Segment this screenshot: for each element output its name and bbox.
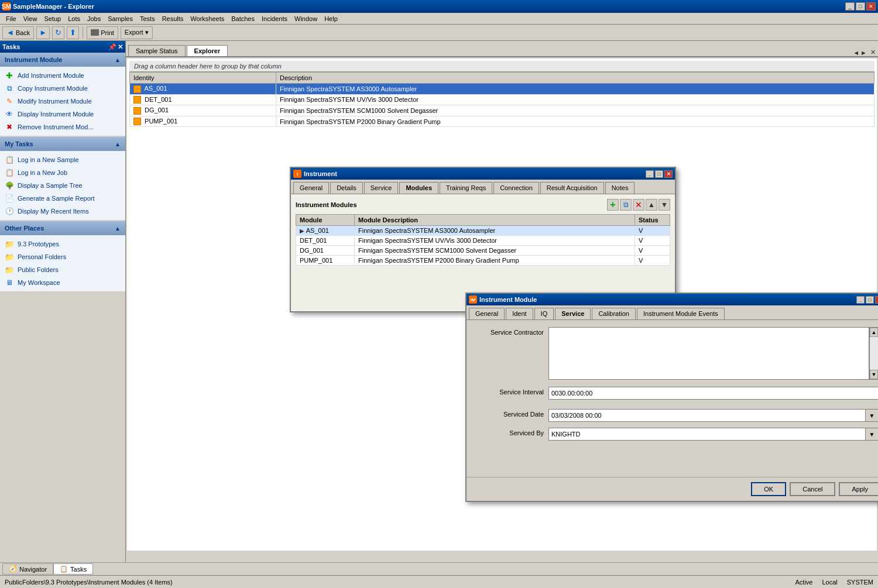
task-modify-instrument-module[interactable]: ✎ Modify Instrument Module xyxy=(0,95,125,108)
export-button[interactable]: Export ▾ xyxy=(121,26,153,39)
task-display-instrument-module[interactable]: 👁 Display Instrument Module xyxy=(0,108,125,121)
cell-description: Finnigan SpectraSYSTEM SCM1000 Solvent D… xyxy=(276,105,874,116)
instrument-module-dialog[interactable]: IM Instrument Module _ □ ✕ General Ident… xyxy=(465,293,878,502)
menu-results[interactable]: Results xyxy=(159,14,187,23)
refresh-button[interactable]: ↻ xyxy=(52,26,64,39)
task-display-sample-tree[interactable]: 🌳 Display a Sample Tree xyxy=(0,179,125,192)
task-generate-sample-report[interactable]: 📄 Generate a Sample Report xyxy=(0,192,125,205)
print-button[interactable]: Print xyxy=(87,26,118,39)
instrument-module-section-header[interactable]: Instrument Module ▲ xyxy=(0,53,125,67)
im-dialog-maximize[interactable]: □ xyxy=(866,296,874,304)
tab-right-btn[interactable]: ► xyxy=(860,49,867,56)
im-tab-events[interactable]: Instrument Module Events xyxy=(637,308,725,319)
menu-help[interactable]: Help xyxy=(321,14,341,23)
close-btn[interactable]: ✕ xyxy=(866,2,876,11)
module-row[interactable]: DG_001 Finnigan SpectraSYSTEM SCM1000 So… xyxy=(296,246,670,256)
instrument-tab-connection[interactable]: Connection xyxy=(493,182,539,194)
im-tab-general[interactable]: General xyxy=(469,308,505,319)
im-dialog-minimize[interactable]: _ xyxy=(856,296,865,304)
serviced-by-dropdown[interactable]: ▼ xyxy=(866,428,878,441)
cancel-button[interactable]: Cancel xyxy=(790,482,835,496)
table-row[interactable]: DG_001 Finnigan SpectraSYSTEM SCM1000 So… xyxy=(130,105,874,116)
instrument-tab-modules[interactable]: Modules xyxy=(399,182,438,194)
recent-icon: 🕐 xyxy=(5,207,14,216)
menu-window[interactable]: Window xyxy=(291,14,321,23)
im-tab-ident[interactable]: Ident xyxy=(506,308,533,319)
im-dialog-tabs: General Ident IQ Service Calibration Ins… xyxy=(467,305,878,320)
service-contractor-input[interactable] xyxy=(548,327,869,380)
modules-delete-btn[interactable]: ✕ xyxy=(633,199,644,211)
instrument-dialog[interactable]: I Instrument _ □ ✕ General Details Servi… xyxy=(290,167,676,312)
instrument-tab-training[interactable]: Training Reqs xyxy=(440,182,492,194)
modules-down-btn[interactable]: ▼ xyxy=(658,199,670,211)
row-arrow-icon: ▶ xyxy=(300,228,306,234)
task-personal-folders[interactable]: 📁 Personal Folders xyxy=(0,250,125,263)
task-public-folders[interactable]: 📁 Public Folders xyxy=(0,263,125,276)
menu-file[interactable]: File xyxy=(2,14,20,23)
im-dialog-close[interactable]: ✕ xyxy=(875,296,878,304)
instrument-tab-general[interactable]: General xyxy=(293,182,329,194)
module-row[interactable]: PUMP_001 Finnigan SpectraSYSTEM P2000 Bi… xyxy=(296,256,670,266)
modules-add-btn[interactable]: + xyxy=(607,199,619,211)
minimize-btn[interactable]: _ xyxy=(845,2,855,11)
modules-copy-btn[interactable]: ⧉ xyxy=(620,199,632,211)
task-copy-instrument-module[interactable]: ⧉ Copy Instrument Module xyxy=(0,82,125,95)
ok-button[interactable]: OK xyxy=(751,482,786,496)
tab-sample-status[interactable]: Sample Status xyxy=(128,45,186,56)
module-row[interactable]: DET_001 Finnigan SpectraSYSTEM UV/Vis 30… xyxy=(296,236,670,246)
forward-button[interactable]: ► xyxy=(36,26,50,39)
up-button[interactable]: ⬆ xyxy=(67,26,79,39)
scroll-up-btn[interactable]: ▲ xyxy=(870,328,878,337)
tab-close-btn[interactable]: ✕ xyxy=(870,49,876,56)
menu-setup[interactable]: Setup xyxy=(40,14,64,23)
menu-view[interactable]: View xyxy=(20,14,41,23)
im-tab-calibration[interactable]: Calibration xyxy=(592,308,636,319)
menu-lots[interactable]: Lots xyxy=(64,14,84,23)
instrument-dialog-close[interactable]: ✕ xyxy=(664,170,673,178)
tasks-pin-btn[interactable]: 📌 xyxy=(108,43,116,51)
tab-left-btn[interactable]: ◄ xyxy=(853,49,859,56)
menu-samples[interactable]: Samples xyxy=(104,14,136,23)
scroll-down-btn[interactable]: ▼ xyxy=(870,370,878,379)
menu-incidents[interactable]: Incidents xyxy=(258,14,291,23)
instrument-dialog-minimize[interactable]: _ xyxy=(646,170,654,178)
serviced-date-dropdown[interactable]: ▼ xyxy=(866,409,878,422)
service-interval-input[interactable] xyxy=(548,387,878,400)
im-tab-service[interactable]: Service xyxy=(555,308,591,319)
table-row[interactable]: AS_001 Finnigan SpectraSYSTEM AS3000 Aut… xyxy=(130,84,874,95)
task-display-recent-items[interactable]: 🕐 Display My Recent Items xyxy=(0,205,125,218)
menu-tests[interactable]: Tests xyxy=(136,14,159,23)
task-my-workspace[interactable]: 🖥 My Workspace xyxy=(0,276,125,289)
instrument-tab-details[interactable]: Details xyxy=(330,182,363,194)
serviced-date-row: Serviced Date ▼ xyxy=(474,409,878,422)
module-row[interactable]: ▶ AS_001 Finnigan SpectraSYSTEM AS3000 A… xyxy=(296,226,670,236)
task-remove-instrument-module[interactable]: ✖ Remove Instrument Mod... xyxy=(0,121,125,133)
task-log-new-sample[interactable]: 📋 Log in a New Sample xyxy=(0,153,125,166)
menu-jobs[interactable]: Jobs xyxy=(84,14,104,23)
instrument-tab-notes[interactable]: Notes xyxy=(605,182,635,194)
back-button[interactable]: ◄ Back xyxy=(2,26,34,39)
task-add-instrument-module[interactable]: ✚ Add Instrument Module xyxy=(0,69,125,82)
im-tab-iq[interactable]: IQ xyxy=(534,308,554,319)
modules-table: Module Module Description Status ▶ AS_00… xyxy=(296,214,670,266)
menu-batches[interactable]: Batches xyxy=(228,14,258,23)
instrument-dialog-maximize[interactable]: □ xyxy=(655,170,663,178)
apply-button[interactable]: Apply xyxy=(839,482,878,496)
menu-worksheets[interactable]: Worksheets xyxy=(187,14,228,23)
modules-up-btn[interactable]: ▲ xyxy=(646,199,657,211)
task-prototypes[interactable]: 📁 9.3 Prototypes xyxy=(0,238,125,250)
bottom-tab-navigator[interactable]: 🧭 Navigator xyxy=(2,563,53,575)
maximize-btn[interactable]: □ xyxy=(856,2,865,11)
other-places-section-header[interactable]: Other Places ▲ xyxy=(0,221,125,235)
instrument-tab-result-acq[interactable]: Result Acquisition xyxy=(540,182,604,194)
bottom-tab-tasks[interactable]: 📋 Tasks xyxy=(53,563,93,575)
serviced-by-input[interactable] xyxy=(548,428,866,441)
serviced-date-input[interactable] xyxy=(548,409,866,422)
table-row[interactable]: DET_001 Finnigan SpectraSYSTEM UV/Vis 30… xyxy=(130,94,874,105)
table-row[interactable]: PUMP_001 Finnigan SpectraSYSTEM P2000 Bi… xyxy=(130,116,874,127)
instrument-tab-service[interactable]: Service xyxy=(364,182,399,194)
tasks-close-btn[interactable]: ✕ xyxy=(118,43,123,51)
my-tasks-section-header[interactable]: My Tasks ▲ xyxy=(0,137,125,151)
task-log-new-job[interactable]: 📋 Log in a New Job xyxy=(0,166,125,179)
tab-explorer[interactable]: Explorer xyxy=(187,45,228,56)
